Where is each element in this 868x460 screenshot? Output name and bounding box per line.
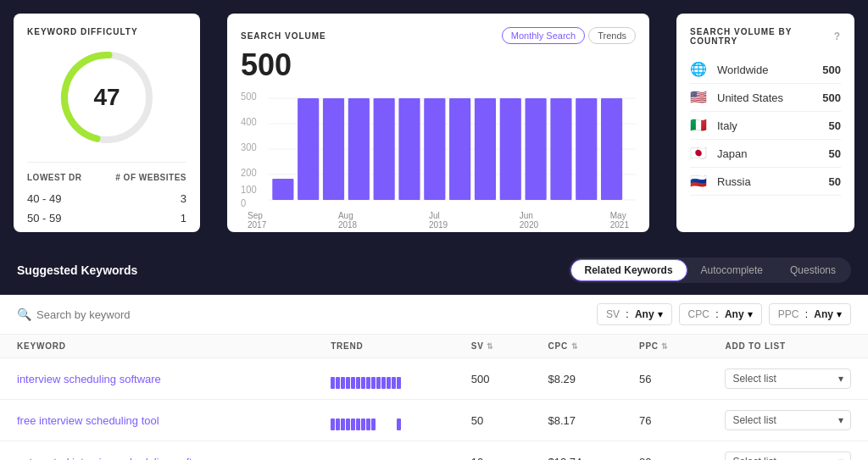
svg-rect-25 <box>576 98 597 200</box>
sv-cell: 500 <box>454 358 531 400</box>
trend-bar <box>392 377 396 389</box>
country-value-italy: 50 <box>829 119 841 132</box>
sv-label: SV <box>606 308 620 320</box>
chart-area: 500 400 300 200 100 0 <box>241 90 636 225</box>
cpc-cell: $8.17 <box>531 400 622 441</box>
country-value-us: 500 <box>822 91 841 104</box>
italy-flag: 🇮🇹 <box>690 119 709 132</box>
col-sv[interactable]: SV ⇅ <box>454 335 531 358</box>
filter-bar: 🔍 SV : Any ▾ CPC : Any ▾ PPC : Any ▾ <box>0 295 868 335</box>
country-name-japan: Japan <box>717 147 829 160</box>
gauge-container: 47 <box>56 47 158 148</box>
trend-bar <box>381 377 386 389</box>
svg-rect-14 <box>298 98 319 200</box>
trend-cell <box>314 441 454 461</box>
sv-title: SEARCH VOLUME <box>241 31 326 41</box>
svg-rect-26 <box>601 98 622 200</box>
ppc-value: Any <box>814 308 833 320</box>
col-add-to-list: ADD TO LIST <box>708 335 868 358</box>
col-trend[interactable]: TREND <box>314 335 454 358</box>
filter-dropdowns: SV : Any ▾ CPC : Any ▾ PPC : Any ▾ <box>597 303 851 325</box>
trend-bars <box>331 369 437 389</box>
trend-bar <box>341 418 345 430</box>
ppc-filter[interactable]: PPC : Any ▾ <box>769 303 851 325</box>
keyword-name: free interview scheduling tool <box>17 414 159 427</box>
tab-questions[interactable]: Questions <box>776 259 849 281</box>
select-list-dropdown[interactable]: Select list▾ <box>725 369 851 389</box>
svg-rect-15 <box>323 98 344 200</box>
country-row-us: 🇺🇸 United States 500 <box>690 84 841 112</box>
country-value-worldwide: 500 <box>822 64 841 76</box>
trend-bars <box>331 452 437 460</box>
sv-cell: 50 <box>454 400 531 441</box>
col-keyword: KEYWORD <box>0 335 314 358</box>
trend-bar <box>361 418 365 430</box>
dr-row-1: 40 - 49 3 <box>27 189 186 208</box>
country-row-italy: 🇮🇹 Italy 50 <box>690 112 841 140</box>
keyword-table: KEYWORD TREND SV ⇅ CPC ⇅ PPC ⇅ ADD TO LI… <box>0 335 868 460</box>
keyword-difficulty-panel: KEYWORD DIFFICULTY 47 LOWEST DR # OF WEB… <box>14 14 200 232</box>
country-name-worldwide: Worldwide <box>717 64 822 76</box>
sv-value: Any <box>635 308 654 320</box>
trend-bar <box>341 377 345 389</box>
svg-rect-17 <box>374 98 395 200</box>
trend-bar <box>351 418 355 430</box>
sv-number: 500 <box>241 47 636 83</box>
trend-bars <box>331 410 437 430</box>
keyword-tabs[interactable]: Related Keywords Autocomplete Questions <box>569 258 851 283</box>
country-row-worldwide: 🌐 Worldwide 500 <box>690 56 841 84</box>
trend-cell <box>314 400 454 441</box>
svg-text:0: 0 <box>241 198 246 208</box>
cpc-filter[interactable]: CPC : Any ▾ <box>679 303 762 325</box>
tab-trends[interactable]: Trends <box>588 27 636 44</box>
trend-bar <box>336 418 340 430</box>
cpc-label: CPC <box>688 308 709 320</box>
chevron-down-icon: ▾ <box>838 456 843 460</box>
chevron-down-icon: ▾ <box>838 373 843 385</box>
svg-rect-23 <box>526 98 547 200</box>
country-name-us: United States <box>717 91 822 104</box>
col-cpc[interactable]: CPC ⇅ <box>531 335 622 358</box>
add-to-list-cell[interactable]: Select list▾ <box>708 358 868 400</box>
country-panel-title: SEARCH VOLUME BY COUNTRY ? <box>690 27 841 46</box>
sv-filter[interactable]: SV : Any ▾ <box>597 303 672 325</box>
table-row: free interview scheduling tool50$8.1776S… <box>0 400 868 441</box>
country-row-russia: 🇷🇺 Russia 50 <box>690 168 841 196</box>
tab-autocomplete[interactable]: Autocomplete <box>687 259 776 281</box>
help-icon[interactable]: ? <box>834 30 841 42</box>
country-value-russia: 50 <box>829 175 841 188</box>
trend-bar <box>331 418 335 430</box>
add-to-list-cell[interactable]: Select list▾ <box>708 441 868 461</box>
keyword-search-input[interactable] <box>36 308 587 321</box>
trend-bar <box>376 377 381 389</box>
trend-bar <box>366 377 370 389</box>
select-list-dropdown[interactable]: Select list▾ <box>725 452 851 460</box>
dr-header: LOWEST DR # OF WEBSITES <box>27 173 186 182</box>
tab-monthly-search[interactable]: Monthly Search <box>502 27 585 44</box>
trend-bar <box>346 418 350 430</box>
ppc-cell: 56 <box>622 358 709 400</box>
add-to-list-cell[interactable]: Select list▾ <box>708 400 868 441</box>
country-name-russia: Russia <box>717 175 829 188</box>
country-value-japan: 50 <box>829 147 841 160</box>
trend-bar <box>331 377 335 389</box>
sv-tabs[interactable]: Monthly Search Trends <box>502 27 636 44</box>
tab-related-keywords[interactable]: Related Keywords <box>570 259 687 281</box>
trend-bar <box>356 418 360 430</box>
japan-flag: 🇯🇵 <box>690 147 709 160</box>
ppc-cell: 76 <box>622 400 709 441</box>
cpc-cell: $8.29 <box>531 358 622 400</box>
chart-labels: Sep2017 Aug2018 Jul2019 Jun2020 May2021 <box>241 211 636 230</box>
select-list-dropdown[interactable]: Select list▾ <box>725 410 851 430</box>
country-row-japan: 🇯🇵 Japan 50 <box>690 140 841 168</box>
cpc-cell: $13.74 <box>531 441 622 461</box>
cpc-value: Any <box>725 308 744 320</box>
trend-bar <box>351 377 355 389</box>
bottom-section: Suggested Keywords Related Keywords Auto… <box>0 246 868 460</box>
col-ppc[interactable]: PPC ⇅ <box>622 335 709 358</box>
russia-flag: 🇷🇺 <box>690 175 709 188</box>
svg-rect-20 <box>449 98 470 200</box>
svg-rect-21 <box>475 98 496 200</box>
svg-text:100: 100 <box>241 185 257 195</box>
keyword-name: interview scheduling software <box>17 373 161 385</box>
